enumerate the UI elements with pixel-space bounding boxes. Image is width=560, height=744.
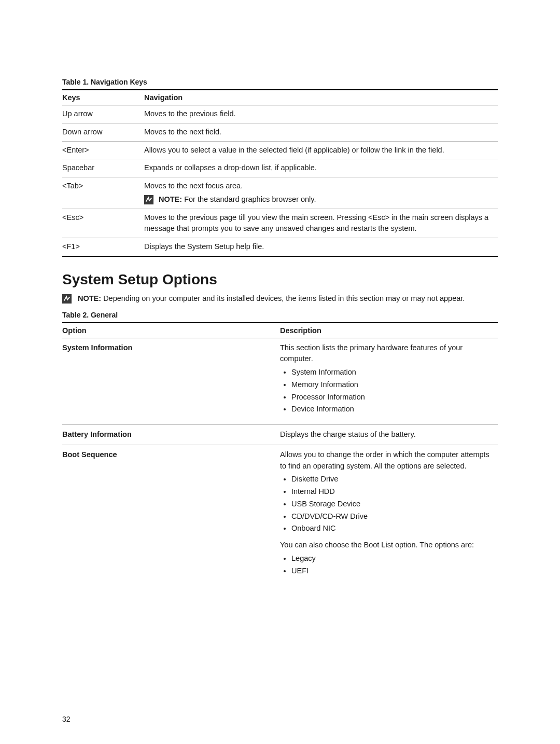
note-body: Depending on your computer and its insta… <box>101 294 465 302</box>
note-text: NOTE: For the standard graphics browser … <box>159 194 316 205</box>
bullet-list: Legacy UEFI <box>280 553 494 577</box>
section-note: NOTE: Depending on your computer and its… <box>62 293 498 305</box>
key-cell: Spacebar <box>62 159 144 177</box>
desc-text: This section lists the primary hardware … <box>280 342 494 365</box>
table-row: Battery Information Displays the charge … <box>62 425 498 445</box>
table-row: Up arrow Moves to the previous field. <box>62 105 498 123</box>
table-row: <Esc> Moves to the previous page till yo… <box>62 209 498 238</box>
bullet-list: Diskette Drive Internal HDD USB Storage … <box>280 474 494 534</box>
key-cell: <Tab> <box>62 177 144 209</box>
list-item: Processor Information <box>291 392 494 403</box>
table2-caption: Table 2. General <box>62 311 498 319</box>
list-item: UEFI <box>291 566 494 577</box>
nav-cell: Moves to the previous page till you view… <box>144 209 498 238</box>
list-item: Internal HDD <box>291 486 494 498</box>
option-cell: System Information <box>62 338 280 425</box>
note-text: NOTE: Depending on your computer and its… <box>78 293 465 305</box>
list-item: CD/DVD/CD-RW Drive <box>291 511 494 522</box>
note-label: NOTE: <box>159 195 182 203</box>
table-row: System Information This section lists th… <box>62 338 498 425</box>
bullet-list: System Information Memory Information Pr… <box>280 367 494 415</box>
page-number: 32 <box>62 715 71 723</box>
nav-cell: Allows you to select a value in the sele… <box>144 141 498 159</box>
header-keys: Keys <box>62 90 144 105</box>
note-body: For the standard graphics browser only. <box>182 195 316 203</box>
nav-cell: Moves to the next focus area. NOTE: For … <box>144 177 498 209</box>
desc-cell: Displays the charge status of the batter… <box>280 425 498 445</box>
table-row: <Tab> Moves to the next focus area. NOTE… <box>62 177 498 209</box>
desc-cell: Allows you to change the order in which … <box>280 445 498 586</box>
list-item: USB Storage Device <box>291 499 494 510</box>
option-cell: Boot Sequence <box>62 445 280 586</box>
nav-cell: Moves to the previous field. <box>144 105 498 123</box>
key-cell: <Esc> <box>62 209 144 238</box>
note-icon <box>144 195 153 204</box>
header-option: Option <box>62 323 280 338</box>
table-row: Spacebar Expands or collapses a drop-dow… <box>62 159 498 177</box>
general-table: Option Description System Information Th… <box>62 322 498 586</box>
nav-text: Moves to the next focus area. <box>144 182 243 190</box>
list-item: Legacy <box>291 553 494 564</box>
header-description: Description <box>280 323 498 338</box>
list-item: Device Information <box>291 404 494 415</box>
key-cell: Down arrow <box>62 123 144 141</box>
navigation-keys-table: Keys Navigation Up arrow Moves to the pr… <box>62 89 498 257</box>
table-row: <F1> Displays the System Setup help file… <box>62 238 498 256</box>
desc-text: Allows you to change the order in which … <box>280 449 494 472</box>
option-cell: Battery Information <box>62 425 280 445</box>
nav-cell: Displays the System Setup help file. <box>144 238 498 256</box>
key-cell: <F1> <box>62 238 144 256</box>
nav-cell: Expands or collapses a drop-down list, i… <box>144 159 498 177</box>
list-item: Diskette Drive <box>291 474 494 485</box>
note-icon <box>62 294 72 304</box>
list-item: Onboard NIC <box>291 523 494 534</box>
table1-caption: Table 1. Navigation Keys <box>62 78 498 86</box>
key-cell: Up arrow <box>62 105 144 123</box>
table-row: Boot Sequence Allows you to change the o… <box>62 445 498 586</box>
header-navigation: Navigation <box>144 90 498 105</box>
desc-text: You can also choose the Boot List option… <box>280 540 494 551</box>
table-row: <Enter> Allows you to select a value in … <box>62 141 498 159</box>
table-row: Down arrow Moves to the next field. <box>62 123 498 141</box>
list-item: System Information <box>291 367 494 378</box>
section-heading: System Setup Options <box>62 271 498 288</box>
list-item: Memory Information <box>291 379 494 391</box>
note-label: NOTE: <box>78 294 101 302</box>
key-cell: <Enter> <box>62 141 144 159</box>
nav-cell: Moves to the next field. <box>144 123 498 141</box>
desc-cell: This section lists the primary hardware … <box>280 338 498 425</box>
